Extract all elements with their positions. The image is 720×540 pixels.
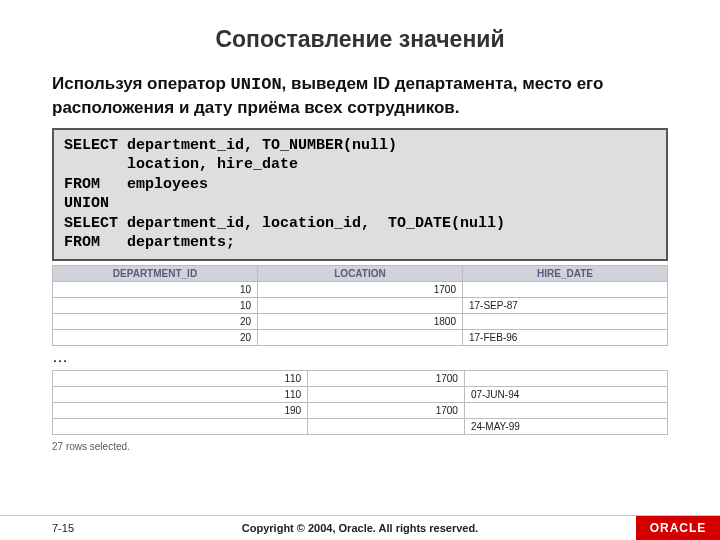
cell-hire	[463, 313, 668, 329]
result-table-top: DEPARTMENT_ID LOCATION HIRE_DATE 1017001…	[52, 265, 668, 346]
cell-hire: 07-JUN-94	[464, 386, 667, 402]
table-row: 1101700	[53, 370, 668, 386]
ellipsis: …	[52, 348, 668, 366]
intro-text: Используя оператор UNION, выведем ID деп…	[52, 73, 668, 120]
cell-loc: 1700	[308, 370, 465, 386]
table-header-row: DEPARTMENT_ID LOCATION HIRE_DATE	[53, 265, 668, 281]
table-row: 24-MAY-99	[53, 418, 668, 434]
cell-loc	[308, 418, 465, 434]
cell-hire: 17-FEB-96	[463, 329, 668, 345]
copyright-text: Copyright © 2004, Oracle. All rights res…	[0, 522, 720, 534]
col-header-dept: DEPARTMENT_ID	[53, 265, 258, 281]
cell-hire	[463, 281, 668, 297]
cell-loc	[308, 386, 465, 402]
cell-dept: 10	[53, 281, 258, 297]
cell-dept: 110	[53, 370, 308, 386]
cell-loc: 1700	[258, 281, 463, 297]
result-table-bottom: 110170011007-JUN-94190170024-MAY-99	[52, 370, 668, 435]
cell-hire: 17-SEP-87	[463, 297, 668, 313]
table-row: 1901700	[53, 402, 668, 418]
cell-loc: 1700	[308, 402, 465, 418]
cell-dept: 20	[53, 329, 258, 345]
cell-hire	[464, 402, 667, 418]
sql-code-block: SELECT department_id, TO_NUMBER(null) lo…	[52, 128, 668, 261]
cell-dept	[53, 418, 308, 434]
cell-loc	[258, 329, 463, 345]
cell-loc	[258, 297, 463, 313]
table-row: 201800	[53, 313, 668, 329]
table-row: 1017-SEP-87	[53, 297, 668, 313]
slide-title: Сопоставление значений	[52, 26, 668, 53]
page-number: 7-15	[52, 522, 74, 534]
cell-hire	[464, 370, 667, 386]
footer: 7-15 Copyright © 2004, Oracle. All right…	[0, 516, 720, 540]
cell-dept: 190	[53, 402, 308, 418]
table-row: 2017-FEB-96	[53, 329, 668, 345]
cell-dept: 110	[53, 386, 308, 402]
oracle-logo: ORACLE	[636, 516, 720, 540]
cell-dept: 10	[53, 297, 258, 313]
cell-dept: 20	[53, 313, 258, 329]
table-row: 11007-JUN-94	[53, 386, 668, 402]
cell-hire: 24-MAY-99	[464, 418, 667, 434]
table-row: 101700	[53, 281, 668, 297]
cell-loc: 1800	[258, 313, 463, 329]
col-header-hire: HIRE_DATE	[463, 265, 668, 281]
col-header-loc: LOCATION	[258, 265, 463, 281]
row-count-label: 27 rows selected.	[52, 441, 668, 452]
